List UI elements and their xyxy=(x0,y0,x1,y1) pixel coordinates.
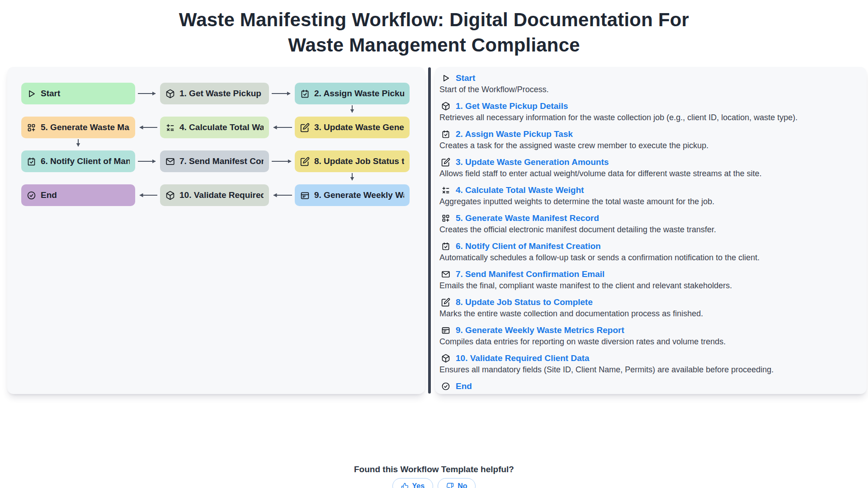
flow-node-label: 7. Send Manifest Confirmation Email xyxy=(179,156,264,166)
check-circle-icon xyxy=(441,382,450,391)
flowchart-panel: Start 1. Get Waste Pickup Details 2. Ass… xyxy=(7,67,425,394)
calendar-check-icon xyxy=(300,89,310,99)
legend-item-title[interactable]: 2. Assign Waste Pickup Task xyxy=(456,129,573,139)
play-icon xyxy=(441,74,450,83)
legend-item-title[interactable]: 8. Update Job Status to Complete xyxy=(456,297,593,307)
legend-item-2: 2. Assign Waste Pickup Task Creates a ta… xyxy=(439,128,859,150)
flow-node-7-send-manifest-confirmation: 7. Send Manifest Confirmation Email xyxy=(160,150,269,172)
flow-node-label: 9. Generate Weekly Waste Metrics Report xyxy=(314,190,404,200)
math-icon xyxy=(441,186,450,195)
legend-item-title[interactable]: Start xyxy=(456,73,475,83)
flow-node-1-get-waste-pickup-details: 1. Get Waste Pickup Details xyxy=(160,83,269,104)
flow-node-label: 3. Update Waste Generation Amounts xyxy=(314,122,404,132)
flow-node-label: 8. Update Job Status to Complete xyxy=(314,156,404,166)
flow-node-label: 1. Get Waste Pickup Details xyxy=(179,89,264,99)
package-icon xyxy=(165,89,175,99)
legend-item-end: End Start of the Workflow/Process. xyxy=(439,380,859,394)
thumbs-down-icon xyxy=(446,483,454,488)
legend-item-start: Start Start of the Workflow/Process. xyxy=(439,72,859,94)
report-icon xyxy=(300,191,310,200)
mail-icon xyxy=(441,270,450,279)
legend-item-description: Start of the Workflow/Process. xyxy=(439,84,859,94)
flow-node-label: 2. Assign Waste Pickup Task xyxy=(314,89,404,99)
legend-item-9: 9. Generate Weekly Waste Metrics Report … xyxy=(439,324,859,347)
legend-item-8: 8. Update Job Status to Complete Marks t… xyxy=(439,296,859,319)
math-icon xyxy=(165,123,175,132)
check-circle-icon xyxy=(27,191,36,200)
legend-item-1: 1. Get Waste Pickup Details Retrieves al… xyxy=(439,100,859,122)
legend-item-title[interactable]: 4. Calculate Total Waste Weight xyxy=(456,185,584,195)
package-icon xyxy=(441,102,450,111)
legend-item-title[interactable]: End xyxy=(456,381,472,391)
legend-item-description: Automatically schedules a follow-up task… xyxy=(439,253,859,263)
legend-item-5: 5. Generate Waste Manifest Record Create… xyxy=(439,212,859,235)
legend-item-6: 6. Notify Client of Manifest Creation Au… xyxy=(439,240,859,263)
legend-item-10: 10. Validate Required Client Data Ensure… xyxy=(439,352,859,375)
legend-item-description: Retrieves all necessary information for … xyxy=(439,113,859,122)
legend-item-title[interactable]: 1. Get Waste Pickup Details xyxy=(456,101,568,111)
flow-node-2-assign-waste-pickup-task: 2. Assign Waste Pickup Task xyxy=(295,83,410,104)
flow-node-end: End xyxy=(21,184,135,206)
legend-item-description: Allows field staff to enter actual weigh… xyxy=(439,169,859,178)
edit-icon xyxy=(300,157,310,166)
play-icon xyxy=(27,89,36,99)
legend-item-description: Emails the final, compliant waste manife… xyxy=(439,281,859,291)
legend-item-description: Creates a task for the assigned waste cr… xyxy=(439,141,859,150)
legend-item-7: 7. Send Manifest Confirmation Email Emai… xyxy=(439,268,859,291)
flow-node-label: 10. Validate Required Client Data xyxy=(179,190,264,200)
flow-node-label: 4. Calculate Total Waste Weight xyxy=(179,122,264,132)
calendar-check-icon xyxy=(27,157,36,166)
legend-item-description: Compiles data entries for reporting on w… xyxy=(439,337,859,347)
flow-node-5-generate-waste-manifest-record: 5. Generate Waste Manifest Record xyxy=(21,117,135,138)
mail-icon xyxy=(165,157,175,166)
yes-button[interactable]: Yes xyxy=(392,478,434,488)
package-icon xyxy=(165,191,175,200)
flow-node-label: 6. Notify Client of Manifest Creation xyxy=(41,156,130,166)
page-title-line1: Waste Manifesting Workflow: Digital Docu… xyxy=(0,7,868,33)
legend-item-title[interactable]: 7. Send Manifest Confirmation Email xyxy=(456,269,604,279)
edit-icon xyxy=(441,298,450,307)
calendar-check-icon xyxy=(441,242,450,251)
flow-node-label: End xyxy=(41,190,130,200)
flow-node-9-weekly-metrics-report: 9. Generate Weekly Waste Metrics Report xyxy=(295,184,410,206)
qr-grid-icon xyxy=(27,123,36,132)
edit-icon xyxy=(441,158,450,167)
flow-arrows xyxy=(7,67,425,394)
qr-grid-icon xyxy=(441,214,450,223)
no-button[interactable]: No xyxy=(438,478,476,488)
calendar-check-icon xyxy=(441,130,450,139)
thumbs-up-icon xyxy=(401,483,409,488)
flow-node-label: 5. Generate Waste Manifest Record xyxy=(41,122,130,132)
legend-item-title[interactable]: 3. Update Waste Generation Amounts xyxy=(456,157,609,167)
page-title-line2: Waste Management Compliance xyxy=(0,33,868,58)
flow-node-label: Start xyxy=(41,89,130,99)
legend-item-title[interactable]: 6. Notify Client of Manifest Creation xyxy=(456,241,601,251)
legend-item-description: Ensures all mandatory fields (Site ID, C… xyxy=(439,365,859,375)
legend-panel: Start Start of the Workflow/Process. 1. … xyxy=(435,67,867,394)
legend-item-description: Creates the official electronic manifest… xyxy=(439,225,859,235)
page-title: Waste Manifesting Workflow: Digital Docu… xyxy=(0,7,868,58)
legend-item-title[interactable]: 10. Validate Required Client Data xyxy=(456,353,590,363)
flow-node-8-update-job-status: 8. Update Job Status to Complete xyxy=(295,150,410,172)
package-icon xyxy=(441,354,450,363)
panel-divider xyxy=(428,67,431,394)
legend-item-description: Marks the entire waste collection and do… xyxy=(439,309,859,319)
legend-item-3: 3. Update Waste Generation Amounts Allow… xyxy=(439,156,859,178)
flow-node-3-update-waste-generation-amounts: 3. Update Waste Generation Amounts xyxy=(295,117,410,138)
flow-node-start: Start xyxy=(21,83,135,104)
flow-node-6-notify-client: 6. Notify Client of Manifest Creation xyxy=(21,150,135,172)
report-icon xyxy=(441,326,450,335)
footer-question: Found this Workflow Template helpful? xyxy=(0,465,868,474)
legend-item-title[interactable]: 9. Generate Weekly Waste Metrics Report xyxy=(456,325,624,335)
legend-item-4: 4. Calculate Total Waste Weight Aggregat… xyxy=(439,184,859,206)
flow-node-10-validate-client-data: 10. Validate Required Client Data xyxy=(160,184,269,206)
flow-node-4-calculate-total-waste-weight: 4. Calculate Total Waste Weight xyxy=(160,117,269,138)
footer-feedback-buttons: Yes No xyxy=(0,478,868,488)
edit-icon xyxy=(300,123,310,132)
legend-item-title[interactable]: 5. Generate Waste Manifest Record xyxy=(456,213,599,223)
yes-button-label: Yes xyxy=(412,482,425,488)
no-button-label: No xyxy=(458,482,467,488)
legend-item-description: Aggregates inputted weights to determine… xyxy=(439,197,859,206)
legend-item-description: Start of the Workflow/Process. xyxy=(439,393,859,394)
